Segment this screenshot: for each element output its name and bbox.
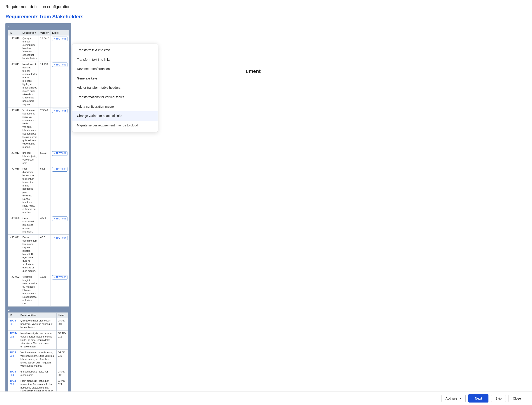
bottom-bar: Add rule ▼ Next Skip Close <box>0 392 266 405</box>
cell-id: HJC-019 <box>8 166 21 215</box>
cell-version: 55.02 <box>39 150 51 166</box>
cell-version: 11.5410 <box>39 35 51 61</box>
dropdown-item[interactable]: Generate keys <box>73 74 158 83</box>
table-row: HJC-019 Proin dignissim lectus non ferme… <box>8 166 69 215</box>
cell-description: Proin dignissim lectus non fermentum fer… <box>21 166 39 215</box>
cell-id: HJC-011 <box>8 61 21 107</box>
partial-right-text: ument <box>246 68 261 74</box>
table-row: HJC-011 Nam laoreet, risus ac tempor cur… <box>8 61 69 107</box>
table-row: HJC-013 um sed lobortis justo, vel cursu… <box>8 150 69 166</box>
table1-label: 1 <box>8 26 68 29</box>
table-row: HJC-020 Cras consequat lorem sed ornare … <box>8 215 69 235</box>
cell-version: 14.153 <box>39 61 51 107</box>
cell-precondition: Vestibulum sed lobortis justo, vel cursu… <box>19 350 56 369</box>
cell-link: GRAD-002 <box>56 369 68 378</box>
cell-id: HJC-012 <box>8 107 21 150</box>
table1-col-version: Version <box>39 30 51 35</box>
cell-description: um sed lobortis justo, vel cursus sem <box>21 150 39 166</box>
table-panel: 1 ID Description Version Links HJC-010 Q… <box>5 23 71 405</box>
cell-description: Donec condimentum lorem nec sapien lobor… <box>21 235 39 274</box>
cell-link: GRAD-035 <box>56 350 68 369</box>
table1-col-links: Links <box>51 30 69 35</box>
cell-id: HJC-020 <box>8 215 21 235</box>
cell-id: HJC-021 <box>8 235 21 274</box>
cell-version: 4.552 <box>39 215 51 235</box>
page-title: Requirement definition configuration <box>0 0 266 12</box>
table1: ID Description Version Links HJC-010 Qui… <box>8 30 69 307</box>
cell-description: Cras consequat lorem sed ornare interdum… <box>21 215 39 235</box>
cell-link[interactable]: TPCT-004 <box>51 150 69 166</box>
table-row: HJC-021 Donec condimentum lorem nec sapi… <box>8 235 69 274</box>
cell-description: Quisque tempor elementum hendrerit. Viva… <box>21 35 39 61</box>
dropdown-item[interactable]: Transform text into links <box>73 55 158 65</box>
dropdown-item[interactable]: Transform text into keys <box>73 46 158 55</box>
cell-id[interactable]: TPCT-003 <box>8 350 19 369</box>
table2-col-links: Links <box>56 313 68 318</box>
table2: ID Pre-condition Links TPCT-001 Quisque … <box>8 312 68 405</box>
cell-link[interactable]: TPCT-006 <box>51 215 69 235</box>
cell-link[interactable]: TPCT-007 <box>51 235 69 274</box>
cell-link[interactable]: TPCT-005 <box>51 166 69 215</box>
cell-id: HJC-010 <box>8 35 21 61</box>
cell-version: 45.6 <box>39 235 51 274</box>
cell-description: Nam laoreet, risus ac tempor cursus, tor… <box>21 61 39 107</box>
table-row: TPCT-004 um sed lobortis justo, vel curs… <box>8 369 68 378</box>
dropdown-item[interactable]: Transformations for vertical tables <box>73 93 158 102</box>
cell-link[interactable]: TPCT-008 <box>51 274 69 307</box>
cell-version: 54.5 <box>39 166 51 215</box>
cell-link[interactable]: TPCT-002 <box>51 61 69 107</box>
cell-precondition: Nam laoreet, risus ac tempor cursus, tor… <box>19 330 56 350</box>
cell-description: Vestibulum sed lobortis justo, vel cursu… <box>21 107 39 150</box>
table-row: TPCT-002 Nam laoreet, risus ac tempor cu… <box>8 330 68 350</box>
cell-link: GRAD-001 <box>56 318 68 331</box>
table1-col-id: ID <box>8 30 21 35</box>
cell-id: HJC-013 <box>8 150 21 166</box>
cell-precondition: um sed lobortis justo, vel cursus sem <box>19 369 56 378</box>
cell-id[interactable]: TPCT-002 <box>8 330 19 350</box>
cell-id[interactable]: TPCT-004 <box>8 369 19 378</box>
cell-link: GRAD-012 <box>56 330 68 350</box>
table2-col-precondition: Pre-condition <box>19 313 56 318</box>
cell-link[interactable]: TPCT-001 <box>51 35 69 61</box>
section-title: Requirements from Stakeholders <box>0 12 266 23</box>
table2-label: 2 <box>8 308 68 311</box>
cell-description: Vivamus feugiat viverra metus eu rhoncus… <box>21 274 39 307</box>
dropdown-item[interactable]: Change variant or space of links <box>73 111 158 121</box>
table-row: HJC-010 Quisque tempor elementum hendrer… <box>8 35 69 61</box>
dropdown-item[interactable]: Add a configuration macro <box>73 102 158 112</box>
dropdown-item[interactable]: Add or transform table headers <box>73 83 158 93</box>
cell-link[interactable]: TPCT-003 <box>51 107 69 150</box>
table-row: TPCT-001 Quisque tempor elementum hendre… <box>8 318 68 331</box>
table-row: TPCT-003 Vestibulum sed lobortis justo, … <box>8 350 68 369</box>
table-row: HJC-012 Vestibulum sed lobortis justo, v… <box>8 107 69 150</box>
cell-version: 2.5546 <box>39 107 51 150</box>
context-menu: Transform text into keysTransform text i… <box>72 44 158 132</box>
cell-version: 12.45 <box>39 274 51 307</box>
dropdown-item[interactable]: Migrate server requirement macros to clo… <box>73 121 158 130</box>
cell-precondition: Quisque tempor elementum hendrerit. Viva… <box>19 318 56 331</box>
table-row: HJC-022 Vivamus feugiat viverra metus eu… <box>8 274 69 307</box>
cell-id: HJC-022 <box>8 274 21 307</box>
cell-id[interactable]: TPCT-001 <box>8 318 19 331</box>
table1-col-description: Description <box>21 30 39 35</box>
dropdown-item[interactable]: Reverse transformation <box>73 64 158 74</box>
table2-col-id: ID <box>8 313 19 318</box>
